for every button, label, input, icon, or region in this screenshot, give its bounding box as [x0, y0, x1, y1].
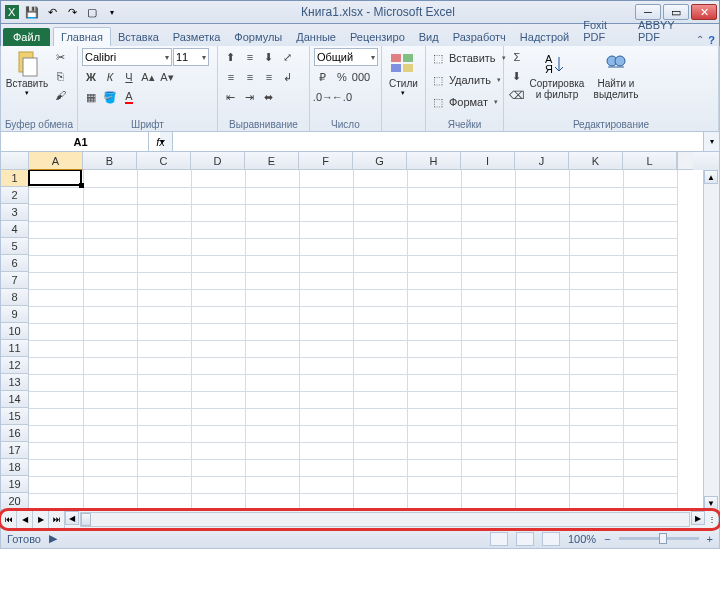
cell[interactable] — [515, 425, 569, 442]
cell[interactable] — [191, 493, 245, 510]
align-left-icon[interactable]: ≡ — [222, 68, 240, 86]
cell[interactable] — [29, 340, 83, 357]
cell[interactable] — [245, 459, 299, 476]
cell[interactable] — [83, 170, 137, 187]
new-icon[interactable]: ▢ — [83, 3, 101, 21]
row-header[interactable]: 9 — [1, 306, 29, 323]
cell[interactable] — [299, 221, 353, 238]
cell[interactable] — [299, 255, 353, 272]
cell[interactable] — [29, 221, 83, 238]
cell[interactable] — [137, 170, 191, 187]
row-header[interactable]: 16 — [1, 425, 29, 442]
merge-icon[interactable]: ⬌ — [260, 88, 278, 106]
tab-review[interactable]: Рецензиро — [343, 28, 412, 46]
cut-icon[interactable]: ✂ — [51, 48, 69, 66]
column-header[interactable]: F — [299, 152, 353, 170]
percent-icon[interactable]: % — [333, 68, 351, 86]
row-header[interactable]: 1 — [1, 170, 29, 187]
cell[interactable] — [245, 272, 299, 289]
cell[interactable] — [623, 476, 677, 493]
column-header[interactable]: J — [515, 152, 569, 170]
cell[interactable] — [515, 459, 569, 476]
cell[interactable] — [353, 425, 407, 442]
cell[interactable] — [137, 357, 191, 374]
hscroll-split-icon[interactable]: ⋮ — [705, 511, 719, 528]
cell[interactable] — [245, 391, 299, 408]
cell[interactable] — [245, 442, 299, 459]
cell[interactable] — [623, 340, 677, 357]
cell[interactable] — [83, 493, 137, 510]
sort-filter-button[interactable]: AЯ Сортировка и фильтр — [528, 48, 586, 100]
cell[interactable] — [515, 255, 569, 272]
cell[interactable] — [191, 255, 245, 272]
fill-handle[interactable] — [79, 183, 84, 188]
formula-input[interactable] — [173, 132, 703, 151]
cell[interactable] — [569, 408, 623, 425]
cell[interactable] — [245, 323, 299, 340]
cell[interactable] — [299, 323, 353, 340]
cell[interactable] — [407, 272, 461, 289]
cell[interactable] — [569, 374, 623, 391]
italic-button[interactable]: К — [101, 68, 119, 86]
tab-formulas[interactable]: Формулы — [227, 28, 289, 46]
cell[interactable] — [353, 289, 407, 306]
cell[interactable] — [515, 476, 569, 493]
cell[interactable] — [245, 408, 299, 425]
cell[interactable] — [29, 272, 83, 289]
align-right-icon[interactable]: ≡ — [260, 68, 278, 86]
cell[interactable] — [461, 204, 515, 221]
cell[interactable] — [515, 272, 569, 289]
cell[interactable] — [407, 391, 461, 408]
cell[interactable] — [29, 476, 83, 493]
decrease-indent-icon[interactable]: ⇤ — [222, 88, 240, 106]
wrap-text-icon[interactable]: ↲ — [279, 68, 297, 86]
cell[interactable] — [623, 374, 677, 391]
scroll-up-icon[interactable]: ▲ — [704, 170, 718, 184]
cell[interactable] — [407, 476, 461, 493]
cell[interactable] — [515, 391, 569, 408]
cell[interactable] — [353, 306, 407, 323]
cell[interactable] — [83, 289, 137, 306]
cell[interactable] — [245, 289, 299, 306]
cell[interactable] — [137, 408, 191, 425]
cell[interactable] — [353, 476, 407, 493]
cell[interactable] — [29, 391, 83, 408]
cell[interactable] — [353, 357, 407, 374]
cell[interactable] — [461, 187, 515, 204]
cell[interactable] — [29, 357, 83, 374]
format-painter-icon[interactable]: 🖌 — [51, 86, 69, 104]
cell[interactable] — [407, 340, 461, 357]
cell[interactable] — [353, 459, 407, 476]
font-color-icon[interactable]: A — [120, 88, 138, 106]
cell[interactable] — [29, 493, 83, 510]
macro-record-icon[interactable]: ▶ — [49, 532, 57, 545]
cell[interactable] — [83, 442, 137, 459]
cell[interactable] — [461, 289, 515, 306]
cell[interactable] — [299, 459, 353, 476]
name-box[interactable]: ▾ — [1, 132, 89, 151]
cell[interactable] — [569, 255, 623, 272]
cell[interactable] — [461, 374, 515, 391]
row-header[interactable]: 13 — [1, 374, 29, 391]
cell[interactable] — [83, 272, 137, 289]
scroll-left-icon[interactable]: ◀ — [65, 511, 79, 525]
cell[interactable] — [245, 255, 299, 272]
cell[interactable] — [407, 238, 461, 255]
cell[interactable] — [137, 272, 191, 289]
cell[interactable] — [29, 459, 83, 476]
cell[interactable] — [245, 340, 299, 357]
cell[interactable] — [461, 357, 515, 374]
increase-indent-icon[interactable]: ⇥ — [241, 88, 259, 106]
sheet-nav-next-icon[interactable]: ▶ — [33, 511, 49, 528]
cell[interactable] — [353, 272, 407, 289]
cell[interactable] — [623, 425, 677, 442]
column-header[interactable]: H — [407, 152, 461, 170]
cell[interactable] — [191, 391, 245, 408]
row-header[interactable]: 4 — [1, 221, 29, 238]
cell[interactable] — [137, 255, 191, 272]
undo-icon[interactable]: ↶ — [43, 3, 61, 21]
cell[interactable] — [137, 323, 191, 340]
cell[interactable] — [407, 459, 461, 476]
cell[interactable] — [623, 187, 677, 204]
column-header[interactable]: G — [353, 152, 407, 170]
